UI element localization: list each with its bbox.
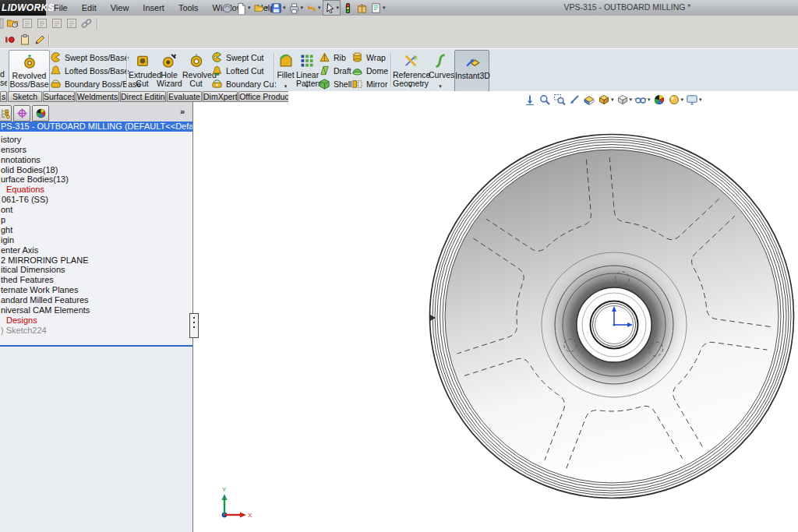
tab-sketch[interactable]: Sketch bbox=[8, 91, 42, 102]
tree-item[interactable]: enter Axis bbox=[0, 245, 192, 255]
menu-edit[interactable]: Edit bbox=[75, 0, 104, 16]
revolved-boss-base-button[interactable]: RevolvedBoss/Base bbox=[9, 50, 50, 92]
dome-button[interactable]: Dome bbox=[351, 64, 390, 77]
toolbar2-tool-3-button[interactable] bbox=[36, 17, 48, 33]
hole-wizard-button[interactable]: HoleWizard bbox=[157, 50, 182, 90]
dropdown-caret[interactable]: ▾ bbox=[699, 97, 702, 103]
boundary-cut-button[interactable]: Boundary Cut bbox=[211, 77, 273, 90]
view-orientation-button[interactable]: ▾ bbox=[598, 93, 614, 106]
reference-geometry-button[interactable]: ReferenceGeometry▾ bbox=[393, 50, 428, 90]
section-view-button[interactable] bbox=[583, 93, 595, 106]
tree-item[interactable]: olid Bodies(18) bbox=[0, 165, 192, 175]
dropdown-caret[interactable]: ▾ bbox=[648, 97, 651, 103]
tree-item[interactable]: ont bbox=[0, 205, 192, 215]
tree-item[interactable]: ght bbox=[0, 225, 192, 235]
dropdown-caret[interactable]: ▾ bbox=[296, 83, 318, 90]
dropdown-caret[interactable]: ▾ bbox=[337, 5, 340, 11]
toolbar2-folder-history-button[interactable] bbox=[6, 17, 19, 33]
toolbar3-pencil-button[interactable] bbox=[34, 33, 46, 49]
toolbar2-tool-5-button[interactable] bbox=[65, 17, 78, 33]
tree-item[interactable]: Equations bbox=[0, 185, 192, 195]
undo-button[interactable]: ▾ bbox=[305, 1, 322, 15]
dropdown-caret[interactable]: ▾ bbox=[383, 5, 386, 11]
package-box-button[interactable] bbox=[355, 1, 369, 15]
curves-button[interactable]: Curves▾ bbox=[429, 50, 452, 90]
tree-item[interactable]: thed Features bbox=[0, 275, 192, 285]
dropdown-caret[interactable]: ▾ bbox=[248, 5, 251, 11]
solidworks-resources-button[interactable] bbox=[221, 1, 234, 15]
tree-item[interactable]: itical Dimensions bbox=[0, 265, 192, 275]
open-document-button[interactable]: ▾ bbox=[252, 1, 270, 15]
shell-button[interactable]: Shell bbox=[319, 77, 351, 90]
instant3d-button[interactable]: Instant3D bbox=[454, 50, 489, 92]
mirror-button[interactable]: Mirror bbox=[351, 77, 390, 90]
tree-item[interactable]: PS-315 - OUTBOARD MILLING (DEFAULT<<Defa… bbox=[0, 122, 192, 132]
dropdown-caret[interactable]: ▾ bbox=[301, 5, 304, 11]
save-document-button[interactable]: ▾ bbox=[270, 1, 287, 15]
zoom-to-fit-button[interactable] bbox=[524, 93, 536, 106]
swept-cut-button[interactable]: Swept Cut bbox=[211, 51, 273, 64]
tree-item[interactable]: Designs bbox=[0, 315, 192, 326]
tree-item[interactable]: nnotations bbox=[0, 155, 192, 165]
configurationmanager-tab[interactable] bbox=[32, 105, 49, 122]
document-list-button[interactable]: ▾ bbox=[369, 1, 387, 15]
panel-overflow-chevron[interactable]: » bbox=[180, 107, 185, 116]
new-document-button[interactable]: ▾ bbox=[235, 1, 252, 15]
tree-item[interactable]: niversal CAM Elements bbox=[0, 305, 192, 315]
tab-direct-editing[interactable]: Direct Editing bbox=[120, 91, 166, 102]
tab-evaluate[interactable]: Evaluate bbox=[167, 91, 202, 102]
dropdown-caret[interactable]: ▾ bbox=[283, 5, 286, 11]
apply-scene-button[interactable]: ▾ bbox=[668, 93, 684, 106]
rib-button[interactable]: Rib bbox=[319, 51, 351, 64]
toolbar2-link-button[interactable] bbox=[80, 17, 93, 33]
edit-appearance-button[interactable] bbox=[653, 93, 666, 106]
tree-item[interactable]: ensors bbox=[0, 145, 192, 155]
zoom-in-out-button[interactable] bbox=[538, 93, 551, 106]
tab-office-products[interactable]: Office Products bbox=[238, 91, 296, 102]
tab-weldments[interactable]: Weldments bbox=[76, 91, 119, 102]
tab-surfaces[interactable]: Surfaces bbox=[43, 91, 75, 102]
lofted-cut-button[interactable]: Lofted Cut bbox=[211, 64, 273, 77]
dropdown-caret[interactable]: ▾ bbox=[393, 83, 428, 90]
extruded-cut-button[interactable]: ExtrudedCut bbox=[129, 50, 156, 90]
tab-dimxpert[interactable]: DimXpert bbox=[203, 91, 238, 102]
tree-item[interactable]: istory bbox=[0, 135, 192, 145]
menu-tools[interactable]: Tools bbox=[171, 0, 206, 16]
menu-file[interactable]: File bbox=[47, 0, 75, 16]
tree-item[interactable]: 2 MIRRORING PLANE bbox=[0, 255, 192, 266]
lofted-boss-base-button[interactable]: Lofted Boss/Base bbox=[50, 64, 127, 77]
dropdown-caret[interactable]: ▾ bbox=[276, 83, 295, 90]
select-cursor-button[interactable]: ▾ bbox=[323, 0, 341, 16]
tree-item[interactable]: igin bbox=[0, 235, 192, 245]
dropdown-caret[interactable]: ▾ bbox=[266, 5, 269, 11]
display-style-button[interactable]: ▾ bbox=[616, 93, 633, 106]
featuremanager-tab[interactable] bbox=[0, 105, 12, 122]
toolbar3-clipboard-button[interactable] bbox=[19, 33, 31, 49]
graphics-area[interactable]: YX bbox=[193, 102, 798, 532]
tree-item[interactable]: ) Sketch224 bbox=[0, 326, 192, 336]
tree-item[interactable]: ternate Work Planes bbox=[0, 285, 192, 295]
menu-view[interactable]: View bbox=[104, 0, 136, 16]
tree-item[interactable]: 061-T6 (SS) bbox=[0, 195, 192, 205]
dropdown-caret[interactable]: ▾ bbox=[611, 97, 614, 103]
wrap-button[interactable]: Wrap bbox=[351, 51, 390, 64]
swept-boss-base-button[interactable]: Swept Boss/Base bbox=[50, 51, 127, 64]
hide-show-items-button[interactable]: ▾ bbox=[634, 93, 651, 106]
boundary-boss-base-button[interactable]: Boundary Boss/Base bbox=[50, 77, 127, 90]
tab-s[interactable]: s bbox=[0, 91, 7, 102]
fillet-button[interactable]: Fillet▾ bbox=[276, 50, 295, 90]
tree-item[interactable]: urface Bodies(13) bbox=[0, 174, 192, 185]
tree-item[interactable]: p bbox=[0, 215, 192, 225]
zoom-to-area-button[interactable] bbox=[553, 93, 566, 106]
dropdown-caret[interactable]: ▾ bbox=[429, 83, 452, 90]
menu-insert[interactable]: Insert bbox=[136, 0, 171, 16]
linear-pattern-button[interactable]: LinearPattern▾ bbox=[296, 50, 318, 90]
panel-drag-handle[interactable] bbox=[189, 313, 199, 338]
toolbar2-tool-2-button[interactable] bbox=[21, 17, 34, 33]
draft-button[interactable]: Draft bbox=[319, 64, 351, 77]
print-document-button[interactable]: ▾ bbox=[288, 1, 305, 15]
toolbar2-tool-4-button[interactable] bbox=[51, 17, 63, 33]
view-settings-button[interactable]: ▾ bbox=[686, 93, 702, 106]
dropdown-caret[interactable]: ▾ bbox=[630, 97, 633, 103]
toolbar3-record-button[interactable] bbox=[3, 33, 16, 49]
